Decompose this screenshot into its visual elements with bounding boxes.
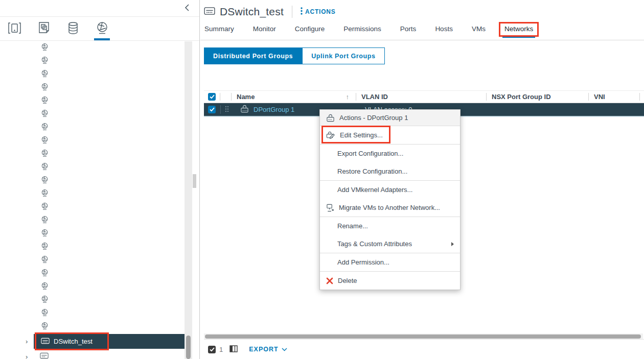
tab-hosts[interactable]: Hosts <box>434 23 454 38</box>
menu-item-export-configuration[interactable]: Export Configuration... <box>320 145 460 162</box>
export-button[interactable]: EXPORT <box>249 346 287 353</box>
tab-monitor[interactable]: Monitor <box>252 23 277 38</box>
row-select-cell <box>204 103 220 116</box>
horizontal-scrollbar[interactable] <box>204 333 643 339</box>
horizontal-scrollbar-thumb[interactable] <box>205 334 641 339</box>
tree-item-network[interactable] <box>0 267 184 280</box>
dswitch-icon <box>41 338 50 346</box>
sidebar-scrollbar[interactable] <box>185 41 192 359</box>
network-globe-icon <box>41 123 49 133</box>
select-all-checkbox[interactable] <box>208 93 216 101</box>
tree-item-network[interactable] <box>0 280 184 294</box>
tree-item-network[interactable] <box>0 55 184 68</box>
tree-item-network[interactable] <box>0 174 184 187</box>
tree-item-dswitch-test[interactable]: DSwitch_test <box>34 334 187 349</box>
selected-count: 1 <box>219 346 223 353</box>
tab-vms[interactable]: VMs <box>471 23 487 38</box>
tree-item-network[interactable] <box>0 320 184 333</box>
tree-item-network[interactable] <box>0 187 184 201</box>
tab-vms-and-templates[interactable] <box>29 17 58 41</box>
tree-item-network[interactable] <box>0 227 184 241</box>
column-header-vni[interactable]: VNI <box>589 91 640 103</box>
expander-chevron-icon[interactable]: › <box>26 353 33 359</box>
migrate-vms-icon <box>326 204 334 212</box>
column-label: VLAN ID <box>361 93 388 101</box>
tree-item-network[interactable] <box>0 108 184 121</box>
column-header-name[interactable]: Name ↑ <box>232 91 356 103</box>
tree-item-network[interactable] <box>0 121 184 134</box>
chevron-down-icon <box>282 346 287 353</box>
menu-item-tags-custom-attributes[interactable]: Tags & Custom Attributes <box>320 235 460 253</box>
footer-selection-checkbox[interactable] <box>208 346 216 353</box>
network-globe-icon <box>41 242 49 253</box>
menu-item-label: Tags & Custom Attributes <box>337 240 412 248</box>
tab-permissions[interactable]: Permissions <box>342 23 382 38</box>
menu-item-rename[interactable]: Rename... <box>320 217 460 235</box>
header-handle-cell <box>220 91 232 103</box>
menu-item-restore-configuration[interactable]: Restore Configuration... <box>320 162 460 180</box>
tree-item-network[interactable] <box>0 161 184 174</box>
network-globe-icon <box>41 136 49 147</box>
tab-ports[interactable]: Ports <box>399 23 418 38</box>
column-header-vlan-id[interactable]: VLAN ID <box>356 91 487 103</box>
navigation-sidebar: › DSwitch_test <box>0 0 200 359</box>
tree-item-network[interactable] <box>0 134 184 148</box>
network-globe-icon <box>41 216 49 226</box>
tree-item-network[interactable] <box>0 68 184 81</box>
tree-item-network[interactable] <box>0 294 184 307</box>
network-globe-icon <box>41 109 49 120</box>
network-globe-icon <box>41 269 49 279</box>
tab-networks[interactable]: Networks <box>503 23 534 38</box>
drag-handle-icon[interactable] <box>225 106 232 114</box>
menu-item-label: Migrate VMs to Another Network... <box>339 204 440 211</box>
network-globe-icon <box>41 295 49 306</box>
sidebar-collapse-button[interactable] <box>182 3 192 13</box>
tab-configure[interactable]: Configure <box>294 23 326 38</box>
menu-item-delete[interactable]: Delete <box>320 272 460 290</box>
tree-item-network[interactable] <box>0 41 184 55</box>
network-globe-icon <box>41 162 49 173</box>
sidebar-scrollbar-thumb[interactable] <box>186 336 191 359</box>
menu-item-add-vmkernel-adapters[interactable]: Add VMkernel Adapters... <box>320 181 460 199</box>
column-label: NSX Port Group ID <box>492 93 551 101</box>
actions-label: ACTIONS <box>305 8 336 15</box>
object-header: DSwitch_test ACTIONS <box>200 0 644 23</box>
network-globe-icon <box>41 43 49 54</box>
menu-item-migrate-vms[interactable]: Migrate VMs to Another Network... <box>320 199 460 217</box>
tree-item-network[interactable] <box>0 94 184 108</box>
column-selector-button[interactable] <box>229 345 238 354</box>
tree-item-network[interactable] <box>0 214 184 227</box>
column-header-nsx-port-group-id[interactable]: NSX Port Group ID <box>487 91 589 103</box>
tree-item-network[interactable] <box>0 241 184 254</box>
network-globe-icon <box>41 83 49 93</box>
port-group-name-link[interactable]: DPortGroup 1 <box>254 106 294 113</box>
sort-ascending-icon[interactable]: ↑ <box>346 93 350 101</box>
port-group-icon <box>240 105 249 114</box>
uplink-port-groups-button[interactable]: Uplink Port Groups <box>302 47 384 64</box>
distributed-port-groups-button[interactable]: Distributed Port Groups <box>204 47 302 64</box>
tree-item-network[interactable] <box>0 254 184 267</box>
expander-chevron-icon[interactable]: › <box>26 338 33 345</box>
tab-storage[interactable] <box>58 17 87 41</box>
panel-scrollbar-thumb[interactable] <box>193 174 196 188</box>
network-globe-icon <box>41 56 49 67</box>
tab-networks-label: Networks <box>504 25 533 33</box>
tree-item-network[interactable] <box>0 201 184 214</box>
tree-item-network[interactable] <box>0 81 184 94</box>
menu-item-add-permission[interactable]: Add Permission... <box>320 253 460 271</box>
tab-hosts-and-clusters[interactable] <box>0 17 29 41</box>
row-checkbox[interactable] <box>208 106 216 113</box>
port-group-icon <box>326 114 335 122</box>
network-globe-icon <box>41 229 49 240</box>
dswitch-icon <box>40 352 49 359</box>
tree-item-network[interactable] <box>0 148 184 161</box>
menu-item-edit-settings[interactable]: Edit Settings... <box>320 126 460 144</box>
submenu-arrow-icon <box>451 242 454 246</box>
tree-item-label: DSwitch_test <box>54 338 93 345</box>
actions-menu-button[interactable]: ACTIONS <box>301 7 336 16</box>
tree-item-network[interactable] <box>0 307 184 320</box>
tab-networking[interactable] <box>87 17 117 41</box>
network-globe-icon <box>41 322 49 332</box>
tab-summary[interactable]: Summary <box>203 23 235 38</box>
tree-row-next-switch[interactable]: › <box>0 351 200 359</box>
